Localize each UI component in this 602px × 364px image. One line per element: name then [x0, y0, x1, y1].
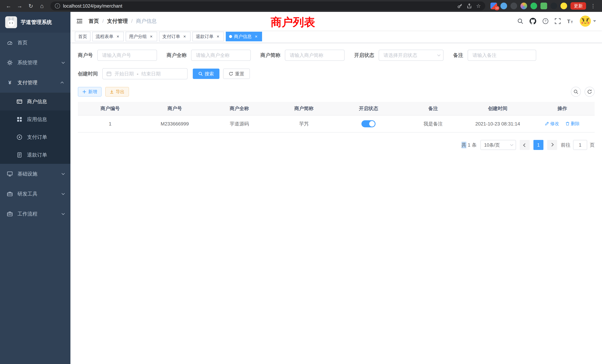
toggle-knob [369, 121, 375, 127]
font-size-icon[interactable]: TT [567, 18, 574, 24]
remark-input[interactable] [468, 50, 536, 61]
chevron-down-icon [62, 193, 64, 195]
breadcrumb-item-home[interactable]: 首页 [89, 18, 99, 25]
merchant-no-label: 商户号 [78, 52, 93, 59]
bookmark-star-icon[interactable] [476, 3, 481, 9]
close-icon[interactable]: × [182, 34, 187, 39]
short-name-label: 商户简称 [260, 52, 280, 59]
sidebar-subitem-merchant-info[interactable]: 商户信息 [0, 93, 70, 110]
sidebar-item-label: 应用信息 [27, 116, 47, 123]
goto-page-input[interactable] [573, 140, 587, 150]
breadcrumb-item-pay[interactable]: 支付管理 [107, 18, 128, 25]
tab-label: 支付订单 [162, 33, 180, 40]
export-button[interactable]: 导出 [105, 87, 129, 96]
delete-link[interactable]: 删除 [566, 121, 580, 127]
create-time-label: 创建时间 [78, 70, 98, 77]
close-icon[interactable]: × [254, 34, 259, 39]
sidebar-subitem-app-info[interactable]: 应用信息 [0, 110, 70, 128]
extension-badge: 10 [494, 6, 499, 10]
breadcrumb-separator: / [131, 18, 133, 24]
sidebar-item-workflow[interactable]: 工作流程 [0, 204, 70, 224]
sidebar-item-system[interactable]: 系统管理 [0, 53, 70, 73]
sidebar-item-label: 系统管理 [17, 59, 37, 66]
url-text: localhost:1024/pay/merchant [63, 3, 122, 9]
refresh-icon [229, 72, 233, 76]
reload-icon[interactable] [26, 1, 36, 11]
search-button[interactable]: 搜索 [193, 69, 219, 79]
page-size-select[interactable]: 10条/页 [480, 140, 516, 150]
column-header: 商户编号 [78, 102, 142, 115]
chevron-down-icon [62, 62, 64, 64]
forward-icon[interactable] [15, 1, 24, 11]
goto-prefix: 前往 [561, 142, 570, 148]
tab-pay-order[interactable]: 支付订单 × [159, 32, 191, 41]
browser-menu-icon[interactable] [589, 3, 597, 9]
prev-page-button[interactable] [520, 140, 530, 150]
column-header: 商户简称 [272, 102, 336, 115]
full-name-input[interactable] [191, 50, 251, 61]
edit-link[interactable]: 修改 [545, 121, 559, 127]
extension-drop-icon[interactable] [500, 3, 507, 9]
grid-icon [16, 117, 23, 122]
dashboard-icon [7, 40, 13, 46]
sidebar-item-home[interactable]: 首页 [0, 33, 70, 53]
next-page-button[interactable] [547, 140, 557, 150]
cell-remark: 我是备注 [401, 115, 466, 132]
target-icon [16, 134, 23, 140]
search-icon[interactable] [517, 18, 523, 24]
chevron-down-icon [593, 20, 596, 22]
search-icon [198, 72, 203, 76]
extension-dark-icon[interactable] [510, 3, 517, 9]
sidebar-item-infra[interactable]: 基础设施 [0, 164, 70, 184]
chevron-down-icon [510, 143, 513, 146]
page-number-button[interactable]: 1 [533, 140, 543, 150]
merchant-no-input[interactable] [97, 50, 157, 61]
tab-user-group[interactable]: 用户分组 × [126, 32, 157, 41]
sidebar-subitem-pay-order[interactable]: 支付订单 [0, 128, 70, 146]
close-icon[interactable]: × [215, 34, 221, 39]
short-name-input[interactable] [285, 50, 344, 61]
browser-update-button[interactable]: 更新 [570, 2, 586, 10]
refresh-table-button[interactable] [585, 87, 595, 97]
user-menu[interactable] [580, 16, 596, 27]
extension-green-square-icon[interactable] [540, 3, 547, 9]
site-info-icon[interactable] [55, 3, 60, 9]
date-range-picker[interactable]: 开始日期 - 结束日期 [102, 68, 188, 79]
github-icon[interactable] [529, 18, 536, 25]
sidebar-fold-icon[interactable] [76, 18, 83, 24]
sidebar-subitem-refund-order[interactable]: 退款订单 [0, 146, 70, 164]
fullscreen-icon[interactable] [555, 18, 561, 24]
share-icon[interactable] [467, 3, 472, 9]
key-icon[interactable] [457, 3, 462, 9]
toggle-search-button[interactable] [571, 87, 581, 97]
extension-pikachu-icon[interactable] [560, 3, 567, 9]
sidebar-item-label: 首页 [17, 39, 27, 46]
cell-short-name: 芋艿 [272, 115, 336, 132]
home-icon[interactable] [37, 1, 47, 11]
status-toggle[interactable] [361, 120, 376, 127]
reset-button[interactable]: 重置 [223, 69, 250, 79]
close-icon[interactable]: × [115, 34, 120, 39]
screen: localhost:1024/pay/merchant 10 更 [0, 0, 602, 364]
sidebar-item-devtools[interactable]: 研发工具 [0, 184, 70, 204]
tab-process-form[interactable]: 流程表单 × [92, 32, 124, 41]
close-icon[interactable]: × [149, 34, 154, 39]
tab-refund-order[interactable]: 退款订单 × [192, 32, 224, 41]
toolbox-icon [7, 191, 13, 197]
address-bar[interactable]: localhost:1024/pay/merchant [50, 1, 485, 10]
back-icon[interactable] [4, 1, 13, 11]
tab-merchant-info[interactable]: 商户信息 × [226, 32, 262, 41]
add-button[interactable]: 新增 [78, 87, 102, 96]
sidebar-item-pay[interactable]: ¥ 支付管理 [0, 73, 70, 93]
extension-pinwheel-icon[interactable] [550, 3, 557, 9]
status-select[interactable]: 请选择开启状态 [379, 50, 443, 61]
extension-rainbow-icon[interactable] [520, 3, 527, 9]
tab-label: 流程表单 [96, 33, 113, 40]
extension-green-circle-icon[interactable] [530, 3, 537, 9]
extension-grid-icon[interactable]: 10 [490, 3, 497, 9]
app-logo[interactable]: 芋道管理系统 [0, 12, 70, 33]
gear-icon [7, 60, 13, 66]
tab-home[interactable]: 首页 [75, 32, 90, 41]
help-icon[interactable]: ? [542, 18, 549, 24]
plus-icon [82, 90, 86, 94]
